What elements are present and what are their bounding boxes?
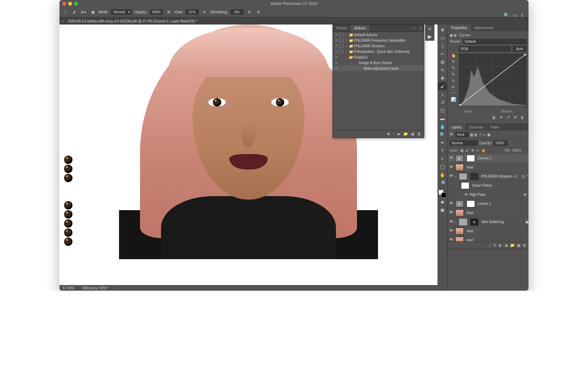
expand-icon[interactable]: › bbox=[345, 44, 348, 48]
preset-select[interactable]: Default bbox=[463, 39, 526, 44]
auto-button[interactable]: Auto bbox=[513, 46, 526, 52]
search-icon[interactable]: 🔍 bbox=[504, 13, 509, 18]
collapse-icon[interactable]: « bbox=[426, 25, 434, 33]
hand-tool-icon[interactable]: ✋ bbox=[438, 171, 447, 179]
link-icon[interactable]: ⟐ bbox=[489, 243, 491, 248]
eye-icon[interactable]: 👁 bbox=[448, 165, 454, 170]
lock-trans-icon[interactable]: ▦ bbox=[460, 148, 463, 152]
artboard-icon[interactable]: ▭ bbox=[513, 13, 517, 18]
symmetry-icon[interactable]: ⧉ bbox=[255, 9, 261, 15]
blend-mode-select[interactable]: Normal bbox=[450, 140, 478, 146]
curves-histogram[interactable] bbox=[459, 54, 526, 106]
curve-point-icon[interactable]: ∿ bbox=[451, 78, 455, 83]
close-tab-icon[interactable]: × bbox=[62, 19, 64, 23]
check-icon[interactable]: ✓ bbox=[334, 55, 338, 59]
heal-tool-icon[interactable]: ✚ bbox=[438, 74, 447, 82]
expand-icon[interactable]: › bbox=[345, 39, 348, 42]
filter-shape-icon[interactable]: ▭ bbox=[483, 133, 486, 137]
tab-properties[interactable]: Properties bbox=[448, 25, 471, 31]
dialog-toggle-icon[interactable] bbox=[339, 61, 343, 64]
gray-sampler-icon[interactable]: ✎ bbox=[451, 65, 455, 70]
filter-type-icon[interactable]: T bbox=[479, 133, 481, 137]
reset-icon[interactable]: ↺ bbox=[505, 115, 511, 120]
stop-icon[interactable]: ■ bbox=[387, 132, 390, 136]
panel-menu-icon[interactable]: ≡ bbox=[418, 25, 424, 32]
check-icon[interactable]: ✓ bbox=[334, 61, 338, 65]
new-set-icon[interactable]: 📁 bbox=[403, 132, 408, 136]
lasso-tool-icon[interactable]: ⟆ bbox=[438, 42, 447, 50]
panel-collapse-icon[interactable]: ›› bbox=[411, 25, 418, 32]
new-layer-icon[interactable]: ▣ bbox=[517, 243, 520, 248]
filter-icon[interactable]: 🔍 bbox=[450, 133, 454, 137]
action-row[interactable]: ✓›Make adjustment layer bbox=[333, 65, 424, 71]
layer-row[interactable]: 👁heal bbox=[448, 227, 528, 236]
hand-sampler-icon[interactable]: 👆 bbox=[451, 53, 456, 58]
action-row[interactable]: ✓›📁Default Actions bbox=[333, 32, 424, 37]
expand-icon[interactable]: ⌄ bbox=[454, 174, 457, 178]
action-row[interactable]: ✓⌄📂Purple11 bbox=[333, 54, 424, 60]
layer-row[interactable]: 👁heal bbox=[448, 208, 528, 217]
blend-mode-select[interactable]: Normal bbox=[111, 9, 132, 15]
white-sampler-icon[interactable]: ✎ bbox=[451, 59, 455, 64]
eraser-tool-icon[interactable]: ◫ bbox=[438, 106, 447, 114]
filter-smart-icon[interactable]: ▣ bbox=[487, 133, 490, 137]
layer-row[interactable]: 👁High Pass⇄ bbox=[448, 190, 528, 199]
stamp-tool-icon[interactable]: ⊥ bbox=[438, 90, 447, 98]
filter-opts-icon[interactable]: ⇄ bbox=[524, 193, 526, 196]
tab-layers[interactable]: Layers bbox=[448, 124, 465, 131]
zoom-level[interactable]: 37.39% bbox=[62, 286, 74, 290]
crop-tool-icon[interactable]: ✂ bbox=[438, 50, 447, 58]
share-icon[interactable]: ⇪ bbox=[520, 13, 524, 18]
mask-icon[interactable]: ◐ bbox=[499, 243, 502, 248]
check-icon[interactable]: ✓ bbox=[334, 67, 338, 70]
delete-action-icon[interactable]: 🗑 bbox=[417, 132, 421, 136]
tab-paths[interactable]: Paths bbox=[487, 124, 503, 131]
gradient-tool-icon[interactable]: ▬ bbox=[438, 115, 447, 122]
marquee-tool-icon[interactable]: ▭ bbox=[438, 34, 447, 42]
filter-pixel-icon[interactable]: ▦ bbox=[470, 133, 473, 137]
layer-row[interactable]: 👁›fxSkin Softening▣ bbox=[448, 217, 528, 227]
check-icon[interactable]: ✓ bbox=[334, 44, 338, 48]
dialog-toggle-icon[interactable] bbox=[339, 67, 343, 70]
layer-row[interactable]: 👁◐Curves 1 bbox=[448, 154, 528, 163]
opacity-input[interactable]: 100% bbox=[150, 9, 163, 15]
expand-icon[interactable]: › bbox=[454, 220, 457, 224]
expand-icon[interactable]: › bbox=[345, 33, 348, 37]
type-tool-icon[interactable]: T bbox=[438, 147, 447, 154]
tab-history[interactable]: History bbox=[333, 25, 351, 32]
document-tab[interactable]: 2019-04-13-ashley-with-sony-a7r-iii3138.… bbox=[65, 19, 200, 23]
eye-icon[interactable]: 👁 bbox=[448, 219, 454, 225]
eye-icon[interactable]: 👁 bbox=[448, 156, 454, 161]
toggle-visibility-icon[interactable]: 👁 bbox=[512, 115, 518, 120]
eye-icon[interactable]: 👁 bbox=[448, 237, 454, 242]
layer-row[interactable]: 👁heal bbox=[448, 163, 528, 172]
dialog-toggle-icon[interactable] bbox=[339, 33, 343, 36]
check-icon[interactable]: ✓ bbox=[334, 50, 338, 54]
delete-layer-icon[interactable]: 🗑 bbox=[523, 243, 526, 248]
trash-icon[interactable]: 🗑 bbox=[519, 115, 525, 120]
group-icon[interactable]: 📁 bbox=[510, 243, 515, 248]
action-row[interactable]: ✓›📁PHLEARN Sharpen bbox=[333, 43, 424, 49]
play-big-icon[interactable]: ▶ bbox=[426, 33, 434, 40]
fill-input[interactable]: 100% bbox=[512, 148, 526, 152]
expand-icon[interactable]: ⌄ bbox=[350, 61, 353, 65]
gear-icon[interactable]: ⚙ bbox=[246, 9, 252, 15]
tab-channels[interactable]: Channels bbox=[465, 124, 487, 131]
home-icon[interactable]: ⌂ bbox=[62, 9, 69, 15]
screenmode-icon[interactable]: ▣ bbox=[438, 206, 447, 214]
dodge-tool-icon[interactable]: 🔍 bbox=[438, 131, 447, 138]
zoom-tool-icon[interactable]: 🔎 bbox=[438, 179, 447, 187]
eye-icon[interactable]: 👁 bbox=[448, 174, 454, 179]
brush-tool-icon[interactable]: 🖌 bbox=[438, 82, 447, 90]
eyedropper-tool-icon[interactable]: ✎ bbox=[438, 66, 447, 74]
dialog-toggle-icon[interactable] bbox=[339, 39, 343, 42]
frame-tool-icon[interactable]: ⊠ bbox=[438, 58, 447, 66]
dialog-toggle-icon[interactable] bbox=[339, 55, 343, 59]
shape-tool-icon[interactable]: ◯ bbox=[438, 163, 447, 171]
clip-icon[interactable]: ◧ bbox=[491, 115, 497, 120]
lock-artboard-icon[interactable]: ▭ bbox=[476, 148, 479, 152]
eye-icon[interactable]: 👁 bbox=[448, 210, 454, 216]
tab-adjustments[interactable]: Adjustments bbox=[471, 25, 497, 31]
layer-row[interactable]: 👁⌄PHLEARN Sharpen +1⊙ ⌃ bbox=[448, 172, 528, 181]
view-prev-icon[interactable]: 👁 bbox=[498, 115, 504, 120]
